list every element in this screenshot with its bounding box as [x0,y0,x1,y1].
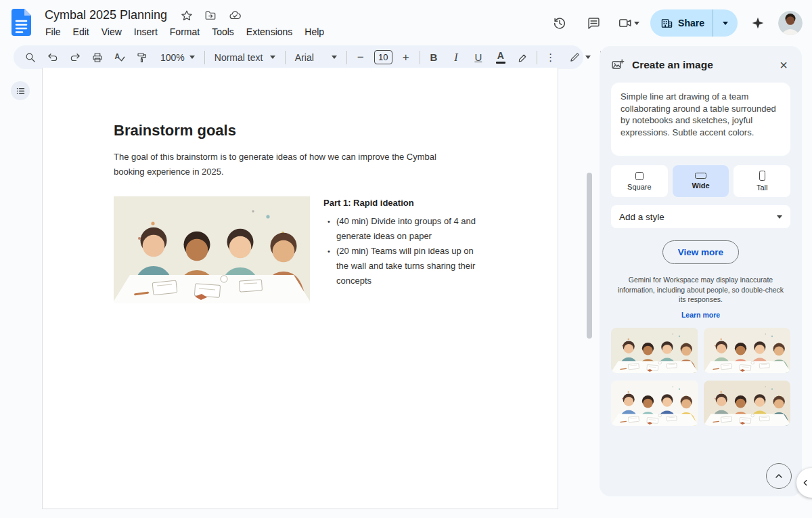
mode-caret-icon [585,56,591,59]
search-icon [24,51,37,64]
version-history-button[interactable] [546,9,573,37]
document-scrollbar[interactable] [587,173,592,339]
outline-icon [16,86,26,96]
font-caret-icon [332,56,337,59]
scroll-to-top-button[interactable] [766,463,792,489]
menu-bar: File Edit View Insert Format Tools Exten… [41,24,329,39]
aspect-wide-label: Wide [692,181,709,190]
chevron-left-icon [800,478,810,488]
style-caret-icon [270,56,275,59]
share-dropdown[interactable] [713,9,738,37]
generated-image-3[interactable] [611,381,698,426]
gemini-button[interactable] [744,9,771,37]
panel-title: Create an image [632,59,777,71]
editing-mode-select[interactable] [564,49,595,66]
paragraph-style-select[interactable]: Normal text [210,49,280,66]
create-image-panel: Create an image × Simple line art drawin… [600,46,802,496]
highlighter-icon [517,51,529,64]
history-icon [552,16,567,30]
doc-section-title: Part 1: Rapid ideation [323,198,486,208]
domain-icon [661,18,673,29]
aspect-square-label: Square [627,183,651,191]
decrease-font-size-button[interactable]: − [352,49,369,66]
google-docs-logo[interactable] [12,9,31,36]
doc-inline-image[interactable] [114,196,310,303]
underline-button[interactable]: U [470,49,487,66]
share-button[interactable]: Share [650,9,738,37]
join-call-button[interactable] [614,16,644,30]
italic-button[interactable]: I [447,49,465,66]
square-ratio-icon [635,172,644,180]
share-button-label: Share [678,18,704,28]
menu-extensions[interactable]: Extensions [242,24,297,39]
top-bar: Cymbal 2025 Planning File Edit View Inse… [0,0,812,46]
wide-ratio-icon [695,173,706,179]
menu-view[interactable]: View [97,24,127,39]
undo-button[interactable] [44,49,62,66]
svg-text:A: A [115,52,120,60]
close-panel-button[interactable]: × [777,57,790,73]
document-page[interactable]: Brainstorm goals The goal of this brains… [42,68,558,509]
gemini-spark-icon [751,16,765,30]
image-prompt-input[interactable]: Simple line art drawing of a team collab… [611,83,790,156]
font-family-value: Arial [295,52,327,63]
menu-tools[interactable]: Tools [207,24,239,39]
comment-icon [587,16,601,30]
zoom-value: 100% [160,52,185,63]
doc-heading: Brainstorm goals [114,122,236,139]
view-more-button[interactable]: View more [662,240,739,264]
document-title[interactable]: Cymbal 2025 Planning [41,7,171,24]
redo-icon [69,51,81,64]
menu-file[interactable]: File [41,24,66,39]
cloud-saved-icon[interactable] [228,9,242,22]
text-color-button[interactable]: A [492,49,510,66]
tall-ratio-icon [759,171,765,181]
increase-font-size-button[interactable]: + [397,49,415,66]
move-to-folder-icon[interactable] [204,9,217,22]
search-menus-button[interactable] [22,49,39,66]
video-caret-icon [634,22,639,25]
toolbar-divider [204,51,205,64]
show-outline-button[interactable] [11,81,30,100]
doc-intro-paragraph: The goal of this brainstorm is to genera… [114,150,452,179]
menu-format[interactable]: Format [165,24,204,39]
highlight-color-button[interactable] [514,49,532,66]
aspect-tall-button[interactable]: Tall [734,165,790,197]
video-camera-icon [618,16,633,30]
doc-bullet-item: (40 min) Divide into groups of 4 and gen… [323,214,486,244]
undo-icon [47,51,59,64]
user-avatar[interactable] [778,11,803,35]
menu-help[interactable]: Help [300,24,329,39]
redo-button[interactable] [66,49,84,66]
generated-image-1[interactable] [611,328,698,373]
pen-icon [569,51,581,63]
comments-button[interactable] [580,9,607,37]
font-size-input[interactable]: 10 [374,50,392,64]
chevron-up-icon [773,471,784,481]
menu-edit[interactable]: Edit [68,24,94,39]
generated-image-4[interactable] [704,381,791,426]
print-icon [91,51,104,64]
generated-image-2[interactable] [704,328,791,373]
menu-insert[interactable]: Insert [129,24,162,39]
zoom-select[interactable]: 100% [156,49,200,66]
paint-format-button[interactable] [133,49,151,66]
formatting-toolbar: A 100% Normal text Arial − 10 + B I U A … [14,45,583,69]
aspect-wide-button[interactable]: Wide [673,165,729,197]
bold-button[interactable]: B [425,49,443,66]
aspect-square-button[interactable]: Square [611,165,668,197]
text-color-bar [496,62,505,64]
doc-bullet-item: (20 min) Teams will pin ideas up on the … [323,244,486,288]
toolbar-divider [537,51,537,64]
learn-more-link[interactable]: Learn more [611,311,790,319]
font-family-select[interactable]: Arial [290,49,342,66]
style-dropdown-caret-icon [777,215,782,219]
toolbar-divider [285,51,286,64]
add-style-label: Add a style [619,212,777,222]
print-button[interactable] [89,49,106,66]
add-style-dropdown[interactable]: Add a style [611,205,790,228]
more-options-button[interactable]: ⋮ [542,49,560,66]
spelling-check-button[interactable]: A [111,49,129,66]
paragraph-style-value: Normal text [215,52,265,63]
star-icon[interactable] [181,9,193,22]
